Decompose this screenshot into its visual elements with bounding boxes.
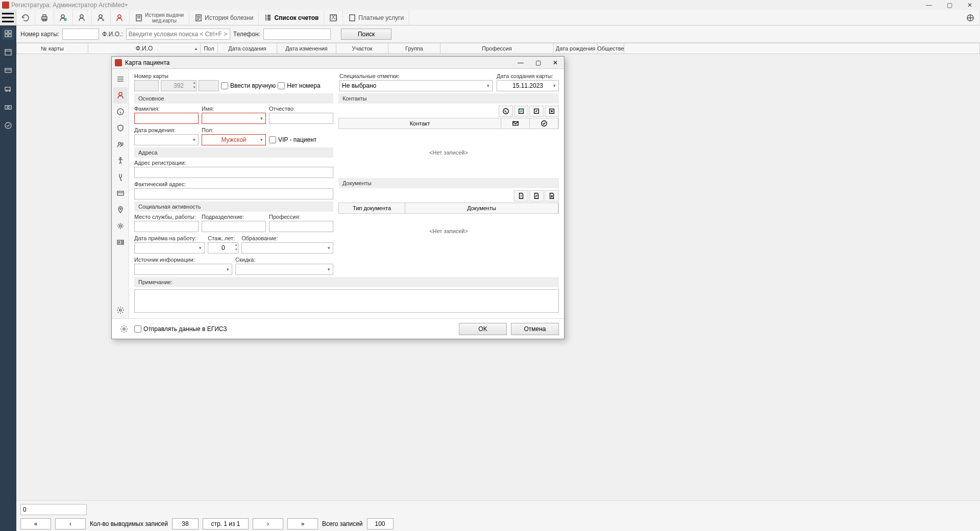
add-patient-button[interactable] (54, 10, 73, 25)
vip-checkbox[interactable]: VIP - пациент (269, 134, 333, 145)
dialog-tab-gear-icon[interactable] (113, 302, 128, 318)
info-source-select[interactable] (134, 264, 232, 275)
th-profession[interactable]: Профессия (440, 43, 554, 54)
doc-type-col-header[interactable]: Тип документа (339, 203, 405, 213)
status-input[interactable] (20, 504, 87, 515)
education-select[interactable] (241, 242, 333, 254)
th-card-no[interactable]: № карты (17, 43, 88, 54)
paid-services-button[interactable]: Платные услуги (343, 10, 409, 25)
experience-input[interactable] (208, 242, 238, 254)
last-page-button[interactable]: » (287, 518, 318, 529)
department-input[interactable] (202, 221, 266, 232)
dob-input[interactable] (134, 134, 199, 145)
close-button[interactable]: ✕ (960, 0, 980, 10)
th-dob[interactable]: Дата рождения (554, 43, 598, 54)
send-egisz-checkbox[interactable]: Отправлять данные в ЕГИСЗ (134, 325, 227, 333)
print-button[interactable] (35, 10, 54, 25)
contact-col-header[interactable]: Контакт (339, 118, 501, 129)
edit-document-icon[interactable] (529, 190, 544, 201)
th-modified[interactable]: Дата изменения (277, 43, 336, 54)
th-fio[interactable]: Ф.И.О▲ (88, 43, 201, 54)
edit-patient-button[interactable] (73, 10, 92, 25)
add-document-icon[interactable] (514, 190, 528, 201)
sidebar-calendar-icon[interactable] (2, 46, 14, 58)
patient-card-button[interactable] (111, 10, 130, 25)
gender-select[interactable] (202, 134, 266, 145)
svg-point-32 (119, 208, 121, 210)
search-row: Номер карты: Ф.И.О.: Телефон: Поиск (16, 26, 980, 43)
th-area[interactable]: Участок (336, 43, 388, 54)
dialog-tab-menu-icon[interactable] (113, 71, 128, 87)
patronymic-input[interactable] (269, 113, 333, 124)
actual-address-input[interactable] (134, 188, 333, 199)
dialog-tab-location-icon[interactable] (113, 201, 128, 218)
manual-entry-checkbox[interactable]: Ввести вручную (221, 82, 276, 89)
th-group[interactable]: Группа (388, 43, 440, 54)
dialog-tab-id-icon[interactable] (113, 234, 128, 250)
disease-history-button[interactable]: История болезни (189, 10, 259, 25)
fio-input[interactable] (126, 29, 230, 40)
doc-col-header[interactable]: Документы (405, 203, 558, 213)
export-xls-button[interactable]: XLS (324, 10, 343, 25)
window-title: Регистратура: Администратор ArchiMed+ (11, 2, 128, 9)
invoice-list-button[interactable]: Список счетов (259, 10, 324, 25)
notes-textarea[interactable] (134, 289, 559, 313)
dialog-tab-people-icon[interactable] (113, 136, 128, 153)
email-col-icon[interactable] (501, 118, 530, 129)
sidebar-transport-icon[interactable] (2, 83, 14, 95)
no-number-checkbox[interactable]: Нет номера (278, 82, 320, 89)
dialog-tab-settings-icon[interactable] (113, 218, 128, 234)
whatsapp-icon[interactable] (499, 106, 513, 117)
dialog-tab-shield-icon[interactable] (113, 120, 128, 136)
next-page-button[interactable]: › (253, 518, 283, 529)
hire-date-input[interactable] (134, 242, 205, 254)
hire-date-label: Дата приёма на работу: (134, 235, 205, 241)
sidebar-registry-icon[interactable] (2, 28, 14, 40)
add-contact-icon[interactable] (514, 106, 528, 117)
prev-page-button[interactable]: ‹ (55, 518, 86, 529)
hamburger-menu[interactable] (0, 10, 16, 25)
medcard-history-button[interactable]: История выдачимед.карты (130, 10, 189, 25)
th-created[interactable]: Дата создания (218, 43, 277, 54)
ok-button[interactable]: OK (459, 323, 507, 335)
card-no-input[interactable] (62, 29, 99, 40)
creation-date-input[interactable] (497, 80, 559, 91)
dialog-sidebar (112, 69, 129, 318)
dialog-tab-accessibility-icon[interactable] (113, 153, 128, 169)
phone-input[interactable] (263, 29, 331, 40)
edit-contact-icon[interactable] (529, 106, 544, 117)
dialog-maximize-button[interactable]: ▢ (529, 57, 547, 69)
dialog-close-button[interactable]: ✕ (547, 57, 564, 69)
delete-patient-button[interactable] (92, 10, 111, 25)
sidebar-cash-icon[interactable] (2, 101, 14, 113)
th-society[interactable]: Обществе (598, 43, 624, 54)
maximize-button[interactable]: ▢ (939, 0, 960, 10)
dialog-tab-medical-icon[interactable] (113, 169, 128, 185)
surname-input[interactable] (134, 113, 199, 124)
reg-address-input[interactable] (134, 167, 333, 178)
dialog-tab-card-icon[interactable] (113, 185, 128, 201)
minimize-button[interactable]: — (919, 0, 939, 10)
cancel-button[interactable]: Отмена (511, 323, 559, 335)
first-page-button[interactable]: « (20, 518, 51, 529)
name-input[interactable] (202, 113, 266, 124)
records-out-value[interactable]: 38 (172, 518, 199, 529)
th-gender[interactable]: Пол (201, 43, 218, 54)
dialog-tab-person-icon[interactable] (113, 87, 128, 104)
workplace-input[interactable] (134, 221, 199, 232)
help-button[interactable] (961, 10, 980, 25)
dialog-minimize-button[interactable]: — (512, 57, 529, 69)
delete-contact-icon[interactable] (545, 106, 559, 117)
sidebar-card-icon[interactable] (2, 64, 14, 77)
refresh-button[interactable] (16, 10, 35, 25)
delete-document-icon[interactable] (545, 190, 559, 201)
dialog-tab-info-icon[interactable] (113, 104, 128, 120)
sidebar-check-icon[interactable] (2, 119, 14, 132)
education-label: Образование: (241, 235, 333, 241)
dialog-footer-gear-icon[interactable] (117, 322, 131, 336)
search-button[interactable]: Поиск (341, 29, 391, 40)
discount-select[interactable] (235, 264, 333, 275)
profession-input[interactable] (269, 221, 333, 232)
special-marks-select[interactable] (339, 80, 493, 91)
verified-col-icon[interactable] (530, 118, 558, 129)
